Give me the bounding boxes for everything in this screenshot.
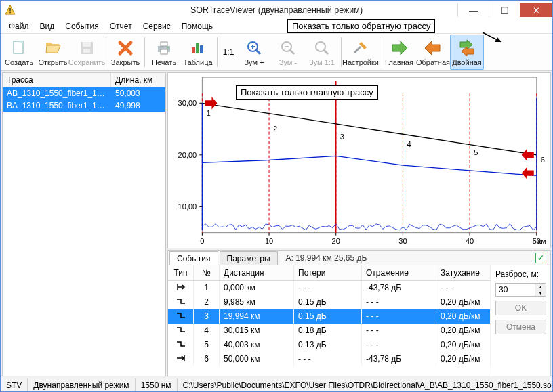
callout-reverse-trace: Показать только обратную трассу bbox=[287, 19, 435, 33]
zoom-in-button[interactable]: Зум + bbox=[237, 35, 271, 70]
back-trace-button[interactable]: Обратная bbox=[416, 35, 450, 70]
svg-point-13 bbox=[167, 47, 169, 48]
status-wavelength: 1550 нм bbox=[136, 378, 178, 391]
spin-down-icon[interactable]: ▼ bbox=[535, 290, 546, 296]
ratio-button[interactable]: 1:1 bbox=[220, 35, 237, 70]
scatter-label: Разброс, м: bbox=[495, 269, 546, 279]
menu-view[interactable]: Вид bbox=[35, 20, 60, 32]
svg-text:3: 3 bbox=[340, 133, 344, 141]
printer-icon bbox=[155, 39, 173, 57]
col-loss[interactable]: Потери bbox=[294, 265, 362, 280]
svg-text:10: 10 bbox=[265, 237, 273, 245]
tracelist-col-name[interactable]: Трасса bbox=[3, 73, 111, 87]
svg-point-24 bbox=[316, 42, 325, 51]
scatter-input[interactable]: 30 ▲▼ bbox=[495, 283, 546, 297]
callout-arrow-icon bbox=[481, 31, 508, 45]
svg-rect-9 bbox=[83, 49, 90, 53]
save-button[interactable]: Сохранить bbox=[70, 35, 104, 70]
event-type-icon bbox=[168, 309, 194, 324]
menu-events[interactable]: События bbox=[60, 20, 104, 32]
menu-report[interactable]: Отчет bbox=[104, 20, 138, 32]
svg-rect-14 bbox=[192, 47, 195, 53]
events-table: Тип № Дистанция Потери Отражение Затухан… bbox=[168, 265, 491, 376]
zoom-in-icon bbox=[245, 39, 263, 57]
zoom-out-icon bbox=[279, 39, 297, 57]
event-row[interactable]: 650,000 км- - --43,78 дБ0,20 дБ/км bbox=[168, 352, 491, 366]
svg-rect-15 bbox=[196, 43, 199, 53]
event-row[interactable]: 540,003 км0,13 дБ- - -0,20 дБ/км bbox=[168, 338, 491, 352]
svg-text:10,00: 10,00 bbox=[178, 202, 197, 211]
col-type[interactable]: Тип bbox=[168, 265, 194, 280]
svg-text:4: 4 bbox=[407, 140, 411, 148]
arrows-both-icon bbox=[457, 39, 476, 57]
trace-chart[interactable]: 10,0020,0030,0001020304050км123456 Показ… bbox=[167, 72, 551, 248]
svg-rect-8 bbox=[83, 42, 91, 47]
chart-bars-icon bbox=[189, 39, 207, 57]
table-button[interactable]: Таблица bbox=[181, 35, 215, 70]
svg-marker-26 bbox=[392, 41, 407, 55]
svg-text:2: 2 bbox=[273, 125, 277, 133]
cancel-button[interactable]: Отмена bbox=[495, 320, 546, 334]
svg-text:6: 6 bbox=[541, 156, 545, 164]
head-trace-button[interactable]: Главная bbox=[382, 35, 416, 70]
event-row[interactable]: 10,000 км- - --43,78 дБ- - - bbox=[168, 281, 491, 295]
event-type-icon bbox=[168, 324, 194, 338]
event-row[interactable]: 29,985 км0,15 дБ- - -0,20 дБ/км bbox=[168, 295, 491, 309]
event-type-icon bbox=[168, 295, 194, 309]
svg-rect-12 bbox=[161, 49, 167, 54]
col-att[interactable]: Затухание bbox=[436, 265, 491, 280]
ok-button[interactable]: OK bbox=[495, 301, 546, 315]
tools-icon bbox=[352, 39, 369, 57]
callout-main-trace: Показать только главную трассу bbox=[236, 85, 378, 100]
create-button[interactable]: Создать bbox=[2, 35, 36, 70]
spin-up-icon[interactable]: ▲ bbox=[535, 284, 546, 290]
trace-row[interactable]: BA_1310_1550_fiber1_1… 49,998 bbox=[3, 100, 165, 112]
toolbar: Создать Открыть Сохранить Закрыть Печать… bbox=[1, 33, 552, 71]
menu-file[interactable]: Файл bbox=[3, 20, 35, 32]
cursor-summary: A: 19,994 км 25,65 дБ bbox=[286, 253, 367, 263]
status-stv: STV bbox=[1, 378, 28, 391]
tab-params[interactable]: Параметры bbox=[220, 251, 278, 265]
arrow-right-icon bbox=[390, 39, 409, 57]
svg-line-22 bbox=[290, 50, 294, 54]
col-dist[interactable]: Дистанция bbox=[220, 265, 294, 280]
x-icon bbox=[117, 39, 134, 57]
col-refl[interactable]: Отражение bbox=[362, 265, 436, 280]
svg-text:30,00: 30,00 bbox=[178, 99, 197, 107]
open-button[interactable]: Открыть bbox=[36, 35, 70, 70]
new-file-icon bbox=[10, 39, 28, 57]
svg-text:30: 30 bbox=[398, 237, 407, 245]
svg-line-25 bbox=[324, 50, 328, 54]
event-row[interactable]: 430,015 км0,18 дБ- - -0,20 дБ/км bbox=[168, 324, 491, 338]
trace-row[interactable]: AB_1310_1550_fiber1_1… 50,003 bbox=[3, 87, 165, 100]
svg-line-18 bbox=[256, 50, 260, 54]
status-mode: Двунаправленный режим bbox=[28, 378, 135, 391]
menu-service[interactable]: Сервис bbox=[138, 20, 176, 32]
tracelist-col-len[interactable]: Длина, км bbox=[111, 73, 165, 87]
apply-check[interactable]: ✓ bbox=[535, 253, 546, 263]
event-type-icon bbox=[168, 338, 194, 352]
col-no[interactable]: № bbox=[194, 265, 220, 280]
status-bar: STV Двунаправленный режим 1550 нм C:\Use… bbox=[1, 378, 552, 391]
trace-list: Трасса Длина, км AB_1310_1550_fiber1_1… … bbox=[2, 72, 166, 376]
save-icon bbox=[78, 39, 96, 57]
event-type-icon bbox=[168, 281, 194, 295]
menu-help[interactable]: Помощь bbox=[176, 20, 218, 32]
settings-button[interactable]: Настройки bbox=[344, 35, 377, 70]
tab-events[interactable]: События bbox=[169, 251, 218, 265]
svg-rect-16 bbox=[200, 45, 203, 53]
svg-text:км: км bbox=[537, 237, 546, 245]
zoom-out-button[interactable]: Зум - bbox=[271, 35, 305, 70]
folder-open-icon bbox=[44, 39, 62, 57]
svg-marker-27 bbox=[425, 41, 440, 55]
window-title: SORTraceViewer (двунаправленный режим) bbox=[1, 5, 552, 15]
zoom-11-button[interactable]: Зум 1:1 bbox=[305, 35, 339, 70]
svg-text:5: 5 bbox=[474, 148, 478, 156]
event-row[interactable]: 319,994 км0,15 дБ- - -0,20 дБ/км bbox=[168, 309, 491, 324]
dual-trace-button[interactable]: Двойная bbox=[450, 35, 484, 70]
print-button[interactable]: Печать bbox=[147, 35, 181, 70]
svg-rect-11 bbox=[161, 42, 167, 46]
close-file-button[interactable]: Закрыть bbox=[108, 35, 142, 70]
events-panel: События Параметры A: 19,994 км 25,65 дБ … bbox=[167, 250, 551, 376]
svg-text:20,00: 20,00 bbox=[178, 151, 197, 159]
